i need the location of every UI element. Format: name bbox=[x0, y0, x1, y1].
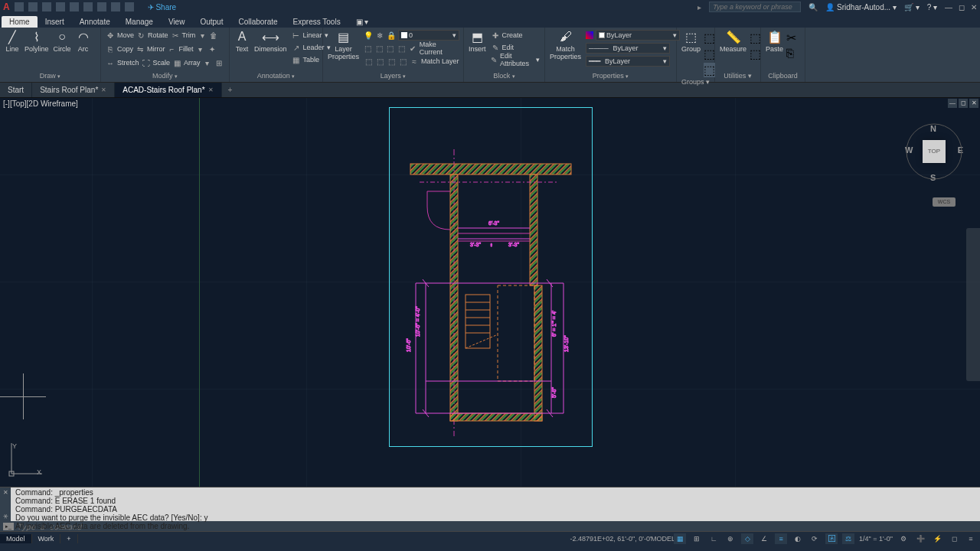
tool-insert-block[interactable]: ⬒Insert bbox=[467, 29, 488, 71]
ungroup-icon[interactable]: ⬚ bbox=[704, 47, 715, 61]
close-tab-icon[interactable]: ✕ bbox=[101, 86, 106, 93]
menu-tab-express[interactable]: Express Tools bbox=[286, 16, 348, 28]
tool-match-layer[interactable]: Match Layer bbox=[421, 57, 459, 65]
osnap-toggle-icon[interactable]: ◇ bbox=[741, 533, 753, 544]
annovisible-icon[interactable]: ⚖ bbox=[842, 533, 854, 544]
tool-dimension[interactable]: ⟷Dimension bbox=[253, 29, 289, 71]
cut-icon[interactable]: ✂ bbox=[786, 31, 796, 45]
tool-trim[interactable]: Trim bbox=[182, 31, 196, 39]
otrack-toggle-icon[interactable]: ∠ bbox=[758, 533, 770, 544]
customize-icon[interactable]: ≡ bbox=[965, 533, 977, 544]
transparency-icon[interactable]: ◐ bbox=[792, 533, 804, 544]
window-restore-icon[interactable]: ◻ bbox=[959, 3, 965, 11]
menu-tab-annotate[interactable]: Annotate bbox=[72, 16, 118, 28]
polar-toggle-icon[interactable]: ⊕ bbox=[724, 533, 737, 544]
annomonitor-icon[interactable]: ➕ bbox=[914, 533, 926, 544]
panel-title-annotation[interactable]: Annotation ▾ bbox=[233, 71, 319, 80]
util2-icon[interactable]: ⬚ bbox=[750, 47, 761, 61]
tool-paste[interactable]: 📋Paste bbox=[764, 29, 785, 71]
tool-fillet[interactable]: Fillet bbox=[179, 45, 194, 53]
menu-tab-collaborate[interactable]: Collaborate bbox=[230, 16, 285, 28]
search-exec-icon[interactable]: 🔍 bbox=[808, 3, 818, 11]
navigation-bar[interactable] bbox=[966, 228, 980, 381]
qat-new-icon[interactable] bbox=[15, 2, 24, 11]
tool-measure[interactable]: 📏Measure bbox=[718, 29, 748, 71]
tool-array[interactable]: Array bbox=[184, 59, 201, 67]
qat-print-icon[interactable] bbox=[97, 2, 106, 11]
snap-toggle-icon[interactable]: ⊞ bbox=[691, 533, 703, 544]
share-button[interactable]: ✈ Share bbox=[148, 3, 176, 11]
menu-tab-featured[interactable]: ▣ ▾ bbox=[348, 16, 377, 28]
tool-block-attrs[interactable]: ✎Edit Attributes ▾ bbox=[489, 54, 541, 66]
annoscale-icon[interactable]: 🄰 bbox=[825, 533, 838, 544]
tool-block-create[interactable]: ✚Create bbox=[489, 29, 541, 41]
search-input[interactable] bbox=[709, 2, 801, 12]
window-minimize-icon[interactable]: — bbox=[945, 3, 952, 11]
viewcube[interactable]: TOP N S E W bbox=[903, 121, 965, 182]
wcs-badge[interactable]: WCS bbox=[933, 197, 956, 207]
help-icon[interactable]: ? ▾ bbox=[927, 3, 937, 11]
model-space-toggle[interactable]: MODEL bbox=[657, 533, 669, 544]
menu-tab-output[interactable]: Output bbox=[192, 16, 230, 28]
cmd-close-icon[interactable]: ✕ bbox=[3, 488, 8, 497]
linetype-dropdown[interactable]: ────ByLayer▾ bbox=[586, 43, 670, 54]
qat-undo-icon[interactable] bbox=[111, 2, 120, 11]
qat-saveas-icon[interactable] bbox=[56, 2, 65, 11]
window-close-icon[interactable]: ✕ bbox=[971, 3, 977, 11]
layout-tab-add[interactable]: + bbox=[60, 534, 77, 543]
panel-title-draw[interactable]: Draw ▾ bbox=[3, 71, 97, 80]
file-tab-start[interactable]: Start bbox=[0, 83, 32, 97]
tool-text[interactable]: AText bbox=[233, 29, 251, 71]
hardware-accel-icon[interactable]: ⚡ bbox=[931, 533, 943, 544]
panel-title-properties[interactable]: Properties ▾ bbox=[548, 71, 673, 80]
ortho-toggle-icon[interactable]: ∟ bbox=[707, 533, 720, 544]
tool-polyline[interactable]: ⌇Polyline bbox=[23, 29, 51, 71]
add-tab-button[interactable]: + bbox=[222, 86, 239, 94]
file-tab-stairs[interactable]: Stairs Roof Plan*✕ bbox=[32, 83, 115, 97]
cmd-handle-icon[interactable]: ⚹ bbox=[3, 512, 8, 520]
grid-toggle-icon[interactable]: ▦ bbox=[674, 533, 686, 544]
menu-tab-home[interactable]: Home bbox=[2, 16, 38, 28]
tool-arc[interactable]: ◠Arc bbox=[74, 29, 93, 71]
tool-copy[interactable]: Copy bbox=[117, 45, 133, 53]
tool-match-properties[interactable]: 🖌Match Properties bbox=[548, 29, 583, 71]
util1-icon[interactable]: ⬚ bbox=[750, 31, 761, 45]
lwt-toggle-icon[interactable]: ≡ bbox=[775, 533, 787, 544]
panel-title-block[interactable]: Block ▾ bbox=[467, 71, 541, 80]
menu-tab-insert[interactable]: Insert bbox=[38, 16, 72, 28]
layout-tab-work[interactable]: Work bbox=[32, 534, 61, 543]
panel-title-modify[interactable]: Modify ▾ bbox=[104, 71, 226, 80]
tool-layer-properties[interactable]: ▤Layer Properties bbox=[326, 29, 361, 71]
ucs-icon[interactable]: YX bbox=[8, 439, 46, 479]
panel-title-layers[interactable]: Layers ▾ bbox=[326, 71, 460, 80]
tool-stretch[interactable]: Stretch bbox=[117, 59, 139, 67]
qat-redo-icon[interactable] bbox=[125, 2, 134, 11]
cycling-icon[interactable]: ⟳ bbox=[808, 533, 821, 544]
group-edit-icon[interactable]: ⬚ bbox=[704, 31, 715, 45]
copy-clip-icon[interactable]: ⎘ bbox=[786, 47, 796, 60]
group-bbox-icon[interactable]: ⬚ bbox=[704, 63, 715, 77]
tool-scale[interactable]: Scale bbox=[153, 59, 171, 67]
menu-tab-manage[interactable]: Manage bbox=[118, 16, 161, 28]
qat-open-icon[interactable] bbox=[28, 2, 38, 11]
autodesk-app-icon[interactable]: 🛒 ▾ bbox=[904, 3, 920, 11]
tool-mirror[interactable]: Mirror bbox=[147, 45, 165, 53]
qat-plot-icon[interactable] bbox=[83, 2, 93, 11]
close-tab-icon[interactable]: ✕ bbox=[208, 86, 214, 93]
file-tab-acad-stairs[interactable]: ACAD-Stairs Roof Plan*✕ bbox=[115, 83, 221, 97]
qat-web-icon[interactable] bbox=[70, 2, 79, 11]
workspace-icon[interactable]: ⚙ bbox=[897, 533, 910, 544]
user-menu[interactable]: 👤 Sridhar-Autod... ▾ bbox=[825, 3, 897, 11]
tool-circle[interactable]: ○Circle bbox=[52, 29, 73, 71]
lineweight-dropdown[interactable]: ━━━ByLayer▾ bbox=[586, 56, 670, 67]
layer-dropdown[interactable]: 0▾ bbox=[398, 30, 459, 41]
qat-save-icon[interactable] bbox=[42, 2, 51, 11]
tool-group[interactable]: ⬚Group bbox=[680, 29, 702, 77]
clean-screen-icon[interactable]: ◻ bbox=[948, 533, 960, 544]
tool-line[interactable]: ╱Line bbox=[3, 29, 21, 71]
tool-make-current[interactable]: Make Current bbox=[420, 41, 459, 56]
menu-tab-view[interactable]: View bbox=[161, 16, 193, 28]
scale-readout[interactable]: 1/4" = 1'-0" bbox=[859, 533, 893, 544]
layout-tab-model[interactable]: Model bbox=[0, 534, 32, 543]
tool-rotate[interactable]: Rotate bbox=[148, 31, 168, 39]
